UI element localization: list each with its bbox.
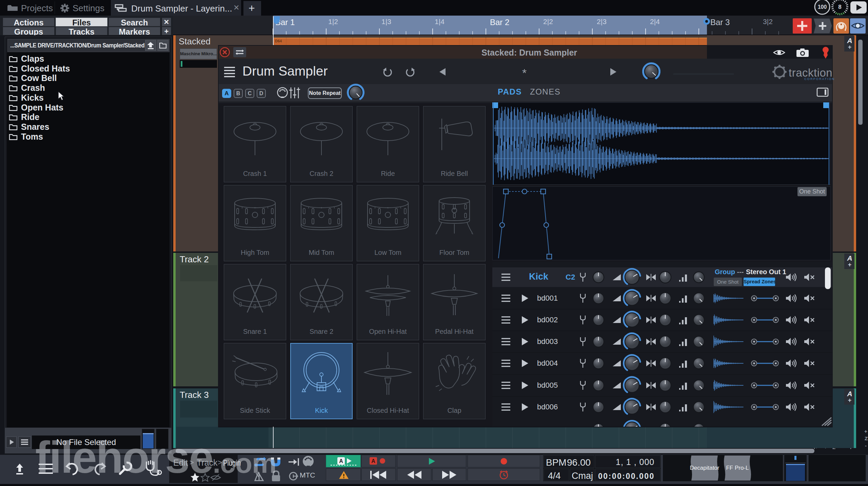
svg-text:A: A	[339, 458, 343, 464]
svg-text:FF Pro-L: FF Pro-L	[726, 465, 749, 471]
svg-text:Decapitator: Decapitator	[690, 465, 719, 471]
svg-text:100: 100	[818, 4, 827, 10]
svg-text:A: A	[371, 458, 375, 464]
svg-text:8: 8	[838, 4, 841, 10]
